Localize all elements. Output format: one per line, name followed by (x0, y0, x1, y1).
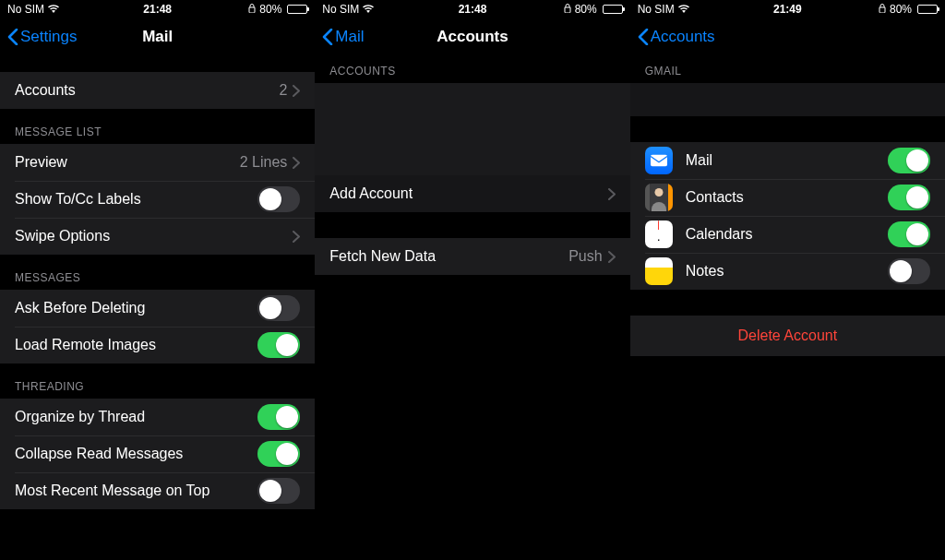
row-label: Fetch New Data (329, 248, 568, 265)
row-label: Preview (15, 154, 240, 171)
row-preview[interactable]: Preview 2 Lines (0, 144, 315, 181)
back-button[interactable]: Accounts (638, 28, 715, 46)
chevron-left-icon (322, 29, 333, 45)
group-services: Mail Contacts · Calendars Notes (630, 142, 945, 290)
group-fetch: Fetch New Data Push (315, 238, 629, 275)
row-accounts[interactable]: Accounts 2 (0, 72, 315, 109)
contacts-icon (645, 184, 673, 211)
back-label: Accounts (651, 28, 715, 46)
toggle-notes[interactable] (888, 258, 930, 284)
row-label: Mail (686, 152, 888, 169)
battery-pct: 80% (890, 3, 912, 16)
row-label: Most Recent Message on Top (15, 483, 257, 499)
toggle-mail[interactable] (888, 148, 930, 173)
row-label: Collapse Read Messages (15, 446, 257, 462)
carrier-text: No SIM (638, 3, 675, 16)
row-service-mail: Mail (630, 142, 945, 179)
row-email-redacted[interactable] (630, 83, 945, 116)
row-label: Notes (686, 263, 888, 280)
group-account-list: Add Account (315, 83, 629, 212)
delete-account-button[interactable]: Delete Account (630, 316, 945, 356)
group-email (630, 83, 945, 116)
toggle-remote-images[interactable] (257, 332, 300, 358)
chevron-right-icon (293, 157, 300, 169)
row-label: Add Account (329, 185, 607, 202)
chevron-right-icon (293, 85, 300, 97)
lock-icon (564, 3, 571, 16)
row-value: Push (568, 248, 602, 265)
wifi-icon (678, 3, 689, 16)
back-button[interactable]: Mail (322, 28, 364, 46)
row-label: Swipe Options (15, 228, 293, 244)
toggle-ask-delete[interactable] (257, 295, 300, 321)
row-organize-thread: Organize by Thread (0, 399, 315, 435)
row-recent-top: Most Recent Message on Top (0, 472, 315, 509)
row-service-notes: Notes (630, 253, 945, 290)
battery-icon (285, 5, 307, 14)
row-collapse-read: Collapse Read Messages (0, 435, 315, 472)
group-message-list: Preview 2 Lines Show To/Cc Labels Swipe … (0, 144, 315, 255)
battery-icon (915, 5, 938, 14)
status-bar: No SIM 21:48 80% (315, 0, 629, 18)
row-load-remote-images: Load Remote Images (0, 327, 315, 363)
row-label: Show To/Cc Labels (15, 191, 257, 208)
section-header-msglist: MESSAGE LIST (0, 109, 315, 144)
battery-pct: 80% (259, 3, 281, 16)
wifi-icon (48, 3, 59, 16)
row-label: Organize by Thread (15, 409, 257, 425)
chevron-left-icon (638, 29, 649, 45)
toggle-collapse-read[interactable] (257, 441, 300, 467)
toggle-organize-thread[interactable] (257, 404, 300, 430)
delete-label: Delete Account (738, 328, 838, 344)
chevron-left-icon (7, 29, 18, 45)
svg-rect-0 (651, 155, 667, 167)
row-add-account[interactable]: Add Account (315, 175, 629, 212)
notes-icon (645, 257, 673, 285)
row-swipe-options[interactable]: Swipe Options (0, 218, 315, 255)
row-label: Contacts (686, 189, 888, 206)
group-accounts: Accounts 2 (0, 72, 315, 109)
chevron-right-icon (608, 188, 616, 200)
toggle-show-tocc[interactable] (257, 186, 300, 212)
battery-pct: 80% (575, 3, 597, 16)
nav-bar: Accounts (630, 18, 945, 55)
toggle-calendars[interactable] (888, 221, 930, 247)
row-account-redacted-2[interactable] (315, 129, 629, 175)
nav-bar: Settings Mail (0, 18, 315, 55)
row-fetch-new-data[interactable]: Fetch New Data Push (315, 238, 629, 275)
back-button[interactable]: Settings (7, 28, 77, 46)
row-service-calendars: · Calendars (630, 216, 945, 253)
toggle-recent-top[interactable] (257, 478, 300, 504)
chevron-right-icon (293, 231, 300, 243)
row-value: 2 (279, 82, 287, 99)
lock-icon (248, 3, 256, 16)
row-service-contacts: Contacts (630, 179, 945, 216)
mail-icon (645, 147, 673, 174)
screen-accounts: No SIM 21:48 80% Mail Accounts ACCOUNTS … (315, 0, 629, 560)
carrier-text: No SIM (7, 3, 44, 16)
back-label: Mail (335, 28, 364, 46)
back-label: Settings (20, 28, 77, 46)
row-label: Calendars (686, 226, 888, 243)
status-bar: No SIM 21:48 80% (0, 0, 315, 18)
group-messages: Ask Before Deleting Load Remote Images (0, 290, 315, 363)
wifi-icon (363, 3, 374, 16)
section-header-messages: MESSAGES (0, 255, 315, 290)
row-show-tocc: Show To/Cc Labels (0, 181, 315, 218)
lock-icon (879, 3, 886, 16)
row-label: Load Remote Images (15, 337, 257, 353)
nav-bar: Mail Accounts (315, 18, 629, 55)
battery-icon (601, 5, 623, 14)
status-bar: No SIM 21:49 80% (630, 0, 945, 18)
chevron-right-icon (608, 251, 616, 263)
toggle-contacts[interactable] (888, 185, 930, 210)
content: Accounts 2 MESSAGE LIST Preview 2 Lines … (0, 55, 315, 509)
screen-mail-settings: No SIM 21:48 80% Settings Mail Accounts … (0, 0, 315, 560)
row-ask-before-deleting: Ask Before Deleting (0, 290, 315, 327)
group-threading: Organize by Thread Collapse Read Message… (0, 399, 315, 509)
screen-gmail-account: No SIM 21:49 80% Accounts GMAIL Mail Con… (630, 0, 945, 560)
row-value: 2 Lines (240, 154, 288, 171)
section-header-threading: THREADING (0, 363, 315, 399)
row-account-redacted-1[interactable] (315, 83, 629, 129)
row-label: Ask Before Deleting (15, 300, 257, 316)
